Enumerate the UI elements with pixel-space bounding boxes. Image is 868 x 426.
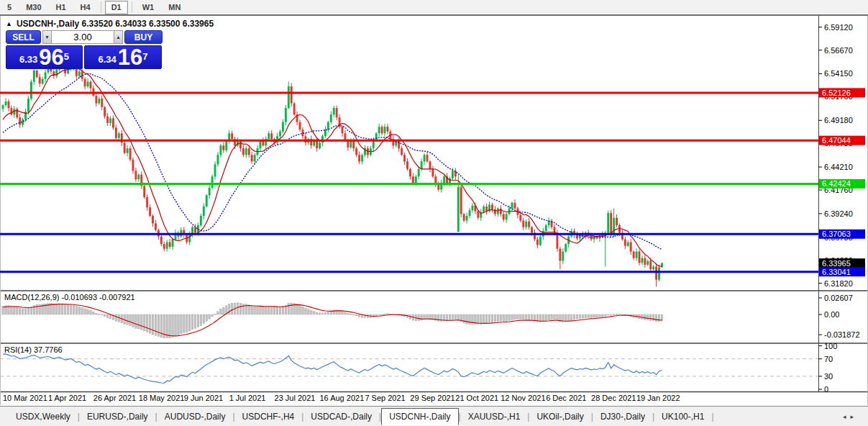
svg-text:6.52126: 6.52126	[822, 89, 851, 97]
svg-text:6.33965: 6.33965	[822, 259, 851, 268]
toolbar-separator	[132, 1, 132, 13]
volume-stepper: ▼ 3.00 ▲	[42, 30, 123, 44]
svg-text:0: 0	[824, 385, 828, 394]
svg-text:1 Apr 2021: 1 Apr 2021	[48, 394, 86, 402]
bid-price-sup: 5	[64, 46, 69, 68]
svg-text:29 Sep 2021: 29 Sep 2021	[410, 394, 454, 402]
bid-price-small: 6.33	[19, 53, 37, 67]
chart-tab-uk100-[interactable]: UK100-,H1	[654, 409, 711, 425]
timeframe-button-h4[interactable]: H4	[74, 1, 97, 14]
timeframe-button-5[interactable]: 5	[1, 1, 18, 14]
svg-text:23 Jul 2021: 23 Jul 2021	[275, 394, 316, 402]
ask-price-sup: 7	[142, 46, 147, 68]
one-click-trade-panel: SELL ▼ 3.00 ▲ BUY 6.33 96 5 6.34 16 7	[6, 30, 163, 69]
svg-text:21 Oct 2021: 21 Oct 2021	[455, 394, 498, 402]
tab-scroll-arrows[interactable]: ◂▸	[843, 413, 858, 420]
svg-text:7 Sep 2021: 7 Sep 2021	[365, 394, 405, 402]
buy-button[interactable]: BUY	[124, 30, 163, 44]
price-level-label: 6.33965	[819, 258, 865, 268]
price-level-label: 6.42424	[819, 179, 865, 189]
svg-text:28 Dec 2021: 28 Dec 2021	[591, 394, 636, 402]
price-level-label: 6.52126	[819, 88, 865, 97]
svg-text:6.31820: 6.31820	[824, 279, 853, 288]
sell-button[interactable]: SELL	[6, 30, 41, 44]
svg-text:6.49180: 6.49180	[824, 116, 853, 124]
macd-axis: 0.026070.00-0.031872	[818, 294, 860, 339]
bid-price-big: 96	[39, 48, 63, 67]
svg-text:1 Jul 2021: 1 Jul 2021	[229, 394, 266, 402]
chart-tab-ukoil-[interactable]: UKOil-,Daily	[529, 409, 590, 425]
chart-tab-usdx[interactable]: USDX,Weekly	[9, 409, 78, 425]
svg-text:70: 70	[824, 355, 833, 363]
chart-tab-usdcnh-[interactable]: USDCNH-,Daily	[381, 408, 458, 425]
svg-text:6.42424: 6.42424	[822, 179, 851, 188]
chart-tab-usdchf-[interactable]: USDCHF-,H4	[235, 409, 302, 425]
svg-text:18 May 2021: 18 May 2021	[139, 394, 185, 402]
svg-text:0.02607: 0.02607	[824, 294, 853, 302]
svg-text:6.33041: 6.33041	[822, 268, 851, 276]
ask-price-small: 6.34	[98, 53, 116, 67]
svg-text:26 Apr 2021: 26 Apr 2021	[93, 394, 136, 402]
svg-text:6.37063: 6.37063	[822, 230, 851, 238]
price-axis: 6.591206.566706.541506.517006.491806.467…	[818, 23, 853, 288]
chart-tab-xauusd-[interactable]: XAUUSD-,H1	[461, 409, 528, 425]
chart-tab-usdcad-[interactable]: USDCAD-,Daily	[303, 409, 379, 425]
chart-tab-dj30-[interactable]: DJ30-,Daily	[593, 409, 652, 425]
tab-separator: |	[711, 412, 713, 422]
timeframe-button-d1[interactable]: D1	[105, 1, 128, 14]
svg-text:9 Jun 2021: 9 Jun 2021	[184, 394, 223, 402]
rsi-panel-content	[0, 354, 818, 383]
date-axis[interactable]: 10 Mar 20211 Apr 202126 Apr 202118 May 2…	[3, 394, 680, 402]
timeframe-button-w1[interactable]: W1	[136, 1, 161, 14]
svg-text:19 Jan 2022: 19 Jan 2022	[636, 394, 680, 402]
price-level-label: 6.33041	[819, 267, 865, 276]
svg-text:-0.031872: -0.031872	[824, 330, 860, 339]
macd-histogram	[2, 303, 663, 338]
collapse-triangle-icon[interactable]: ▲	[6, 20, 12, 27]
timeframe-toolbar: 5M30H1H4D1W1MN	[0, 0, 868, 15]
chart-tab-bar: USDX,Weekly|EURUSD-,Daily|AUDUSD-,Daily|…	[0, 406, 868, 426]
svg-text:100: 100	[824, 342, 837, 350]
timeframe-button-mn[interactable]: MN	[162, 1, 187, 14]
chart-tab-audusd-[interactable]: AUDUSD-,Daily	[157, 409, 233, 425]
svg-text:6.47044: 6.47044	[822, 136, 851, 145]
horizontal-level-lines[interactable]	[0, 93, 818, 272]
toolbar-separator	[101, 1, 101, 13]
svg-text:10 Mar 2021: 10 Mar 2021	[3, 394, 47, 402]
price-level-label: 6.37063	[819, 230, 865, 239]
svg-text:6.44210: 6.44210	[824, 163, 853, 171]
chart-title: ▲ USDCNH-,Daily 6.33520 6.34033 6.33500 …	[6, 19, 214, 29]
svg-text:6.56670: 6.56670	[824, 46, 853, 55]
svg-text:6.54150: 6.54150	[824, 69, 853, 78]
chart-title-text: USDCNH-,Daily 6.33520 6.34033 6.33500 6.…	[17, 19, 214, 29]
macd-label: MACD(12,26,9) -0.010693 -0.007921	[4, 293, 135, 302]
svg-text:6.39240: 6.39240	[824, 209, 853, 218]
price-level-label: 6.47044	[819, 136, 865, 145]
svg-text:6.59120: 6.59120	[824, 23, 853, 32]
chart-tab-eurusd-[interactable]: EURUSD-,Daily	[80, 409, 155, 425]
svg-text:6 Dec 2021: 6 Dec 2021	[546, 394, 586, 402]
rsi-label: RSI(14) 37.7766	[4, 345, 63, 354]
volume-increase-button[interactable]: ▲	[114, 30, 123, 44]
bid-price-box[interactable]: 6.33 96 5	[6, 45, 83, 69]
volume-decrease-button[interactable]: ▼	[42, 30, 52, 44]
timeframe-button-m30[interactable]: M30	[19, 1, 47, 14]
ask-price-big: 16	[118, 48, 142, 67]
timeframe-button-h1[interactable]: H1	[50, 1, 73, 14]
ask-price-box[interactable]: 6.34 16 7	[84, 45, 162, 69]
svg-text:0.00: 0.00	[824, 310, 839, 319]
svg-text:30: 30	[824, 372, 833, 381]
volume-input[interactable]: 3.00	[52, 30, 114, 44]
svg-text:12 Nov 2021: 12 Nov 2021	[501, 394, 545, 402]
mt4-window: { "toolbar": { "timeframes": [ {"label":…	[0, 0, 868, 426]
rsi-axis: 10070300	[818, 342, 837, 394]
svg-text:16 Aug 2021: 16 Aug 2021	[319, 394, 364, 402]
